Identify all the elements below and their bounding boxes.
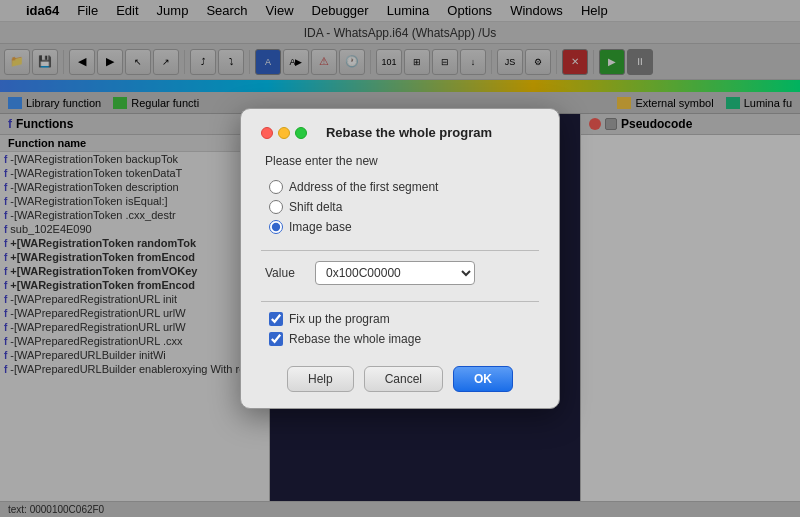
maximize-window-button[interactable] <box>295 127 307 139</box>
separator <box>261 250 539 251</box>
modal-title: Rebase the whole program <box>315 125 503 140</box>
checkbox-rebase[interactable]: Rebase the whole image <box>269 332 539 346</box>
modal-overlay: Rebase the whole program Please enter th… <box>0 0 800 517</box>
radio-address[interactable]: Address of the first segment <box>269 180 539 194</box>
ok-button[interactable]: OK <box>453 366 513 392</box>
cancel-button[interactable]: Cancel <box>364 366 443 392</box>
radio-imagebase-input[interactable] <box>269 220 283 234</box>
value-label: Value <box>265 266 305 280</box>
value-select[interactable]: 0x100C00000 <box>315 261 475 285</box>
radio-imagebase[interactable]: Image base <box>269 220 539 234</box>
radio-shift-input[interactable] <box>269 200 283 214</box>
close-window-button[interactable] <box>261 127 273 139</box>
radio-shift-label: Shift delta <box>289 200 342 214</box>
modal-titlebar: Rebase the whole program <box>261 125 539 140</box>
rebase-options: Address of the first segment Shift delta… <box>269 180 539 234</box>
value-row: Value 0x100C00000 <box>265 261 539 285</box>
radio-shift[interactable]: Shift delta <box>269 200 539 214</box>
rebase-image-checkbox[interactable] <box>269 332 283 346</box>
minimize-window-button[interactable] <box>278 127 290 139</box>
separator-2 <box>261 301 539 302</box>
radio-address-label: Address of the first segment <box>289 180 438 194</box>
checkbox-fixup[interactable]: Fix up the program <box>269 312 539 326</box>
radio-address-input[interactable] <box>269 180 283 194</box>
checkbox-group: Fix up the program Rebase the whole imag… <box>269 312 539 346</box>
rebase-dialog: Rebase the whole program Please enter th… <box>240 108 560 409</box>
modal-buttons: Help Cancel OK <box>261 366 539 392</box>
rebase-image-label: Rebase the whole image <box>289 332 421 346</box>
fixup-label: Fix up the program <box>289 312 390 326</box>
fixup-checkbox[interactable] <box>269 312 283 326</box>
traffic-lights <box>261 127 307 139</box>
radio-imagebase-label: Image base <box>289 220 352 234</box>
modal-subtitle: Please enter the new <box>265 154 539 168</box>
help-button[interactable]: Help <box>287 366 354 392</box>
